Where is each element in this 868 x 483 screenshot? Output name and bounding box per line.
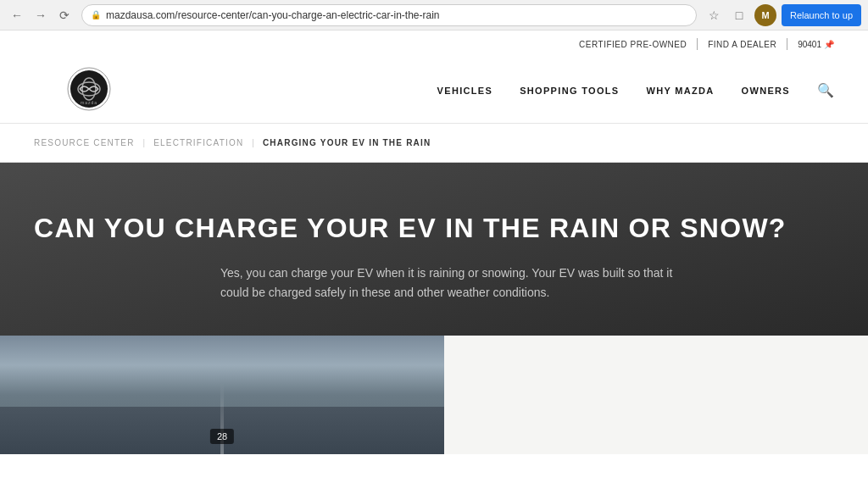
relaunch-button[interactable]: Relaunch to up xyxy=(782,4,861,26)
hero-description: Yes, you can charge your EV when it is r… xyxy=(220,264,695,302)
breadcrumb-sep-1: | xyxy=(143,138,146,147)
url-text: mazdausa.com/resource-center/can-you-cha… xyxy=(106,9,440,21)
breadcrumb-resource-center[interactable]: RESOURCE CENTER xyxy=(34,138,135,147)
address-bar[interactable]: 🔒 mazdausa.com/resource-center/can-you-c… xyxy=(81,4,697,26)
mazda-logo: mazda xyxy=(67,67,111,114)
location-area[interactable]: 90401 📌 xyxy=(787,40,834,49)
nav-why-mazda[interactable]: WHY MAZDA xyxy=(646,86,714,96)
breadcrumb-sep-2: | xyxy=(252,138,254,147)
main-nav: VEHICLES SHOPPING TOOLS WHY MAZDA OWNERS… xyxy=(144,82,834,98)
svg-text:mazda: mazda xyxy=(81,100,97,105)
main-header: mazda VEHICLES SHOPPING TOOLS WHY MAZDA … xyxy=(0,58,868,124)
breadcrumb-current: CHARGING YOUR EV IN THE RAIN xyxy=(263,138,431,147)
browser-chrome: ← → ⟳ 🔒 mazdausa.com/resource-center/can… xyxy=(0,0,868,31)
nav-shopping-tools[interactable]: SHOPPING TOOLS xyxy=(520,86,619,96)
certified-preowned-link[interactable]: CERTIFIED PRE-OWNED xyxy=(569,40,697,49)
hero-title: CAN YOU CHARGE YOUR EV IN THE RAIN OR SN… xyxy=(34,214,797,243)
site-wrapper: CERTIFIED PRE-OWNED FIND A DEALER 90401 … xyxy=(0,31,868,483)
logo-area[interactable]: mazda xyxy=(34,67,144,114)
browser-actions: ☆ □ M Relaunch to up xyxy=(704,4,861,26)
lock-icon: 🔒 xyxy=(91,10,101,19)
image-label: 28 xyxy=(210,429,234,444)
nav-vehicles[interactable]: VEHICLES xyxy=(437,86,493,96)
content-section: 28 xyxy=(0,336,868,454)
mazda-emblem: mazda xyxy=(67,67,111,111)
tab-toggle-button[interactable]: □ xyxy=(729,5,749,25)
back-button[interactable]: ← xyxy=(7,5,27,25)
browser-nav-buttons: ← → ⟳ xyxy=(7,5,75,25)
utility-bar: CERTIFIED PRE-OWNED FIND A DEALER 90401 … xyxy=(0,31,868,58)
location-icon: 📌 xyxy=(824,40,834,49)
nav-owners[interactable]: OWNERS xyxy=(742,86,790,96)
profile-button[interactable]: M xyxy=(754,4,776,26)
reload-button[interactable]: ⟳ xyxy=(54,5,75,25)
content-image: 28 xyxy=(0,336,444,454)
bookmark-button[interactable]: ☆ xyxy=(704,5,724,25)
forward-button[interactable]: → xyxy=(31,5,51,25)
breadcrumb-electrification[interactable]: ELECTRIFICATION xyxy=(153,138,243,147)
zip-code: 90401 xyxy=(798,40,821,49)
breadcrumb-bar: RESOURCE CENTER | ELECTRIFICATION | CHAR… xyxy=(0,124,868,163)
search-icon[interactable]: 🔍 xyxy=(817,82,834,98)
content-right xyxy=(444,336,868,454)
hero-section: CAN YOU CHARGE YOUR EV IN THE RAIN OR SN… xyxy=(0,163,868,336)
find-dealer-link[interactable]: FIND A DEALER xyxy=(698,40,787,49)
